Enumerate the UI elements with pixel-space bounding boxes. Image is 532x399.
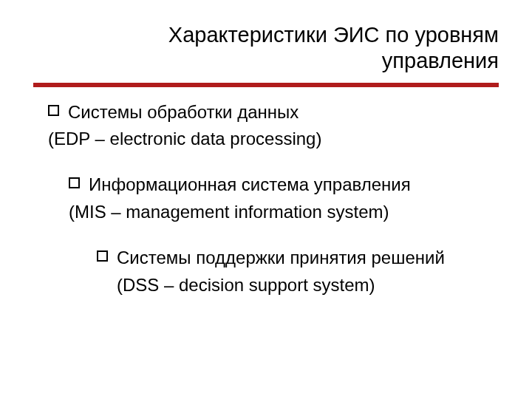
- title-underline: [33, 83, 499, 87]
- bullet-block-3: Системы поддержки принятия решений (DSS …: [97, 246, 499, 297]
- bullet-sub-text: (MIS – management information system): [69, 200, 499, 224]
- bullet-block-1: Системы обработки данных (EDP – electron…: [48, 100, 499, 151]
- bullet-sub-text: (DSS – decision support system): [117, 273, 499, 297]
- title-line-2: управления: [33, 48, 499, 74]
- slide-title: Характеристики ЭИС по уровням управления: [33, 22, 499, 74]
- title-line-1: Характеристики ЭИС по уровням: [33, 22, 499, 48]
- square-bullet-icon: [97, 250, 108, 262]
- bullet-sub-text: (EDP – electronic data processing): [48, 127, 499, 151]
- slide-content: Характеристики ЭИС по уровням управления…: [0, 0, 532, 319]
- square-bullet-icon: [69, 177, 80, 188]
- bullet-block-2: Информационная система управления (MIS –…: [69, 173, 499, 224]
- list-item: Информационная система управления: [69, 173, 499, 197]
- square-bullet-icon: [48, 105, 59, 116]
- bullet-main-text: Информационная система управления: [89, 173, 411, 197]
- bullet-main-text: Системы обработки данных: [68, 100, 299, 124]
- list-item: Системы обработки данных: [48, 100, 499, 124]
- list-item: Системы поддержки принятия решений: [97, 246, 499, 270]
- bullet-main-text: Системы поддержки принятия решений: [117, 246, 445, 270]
